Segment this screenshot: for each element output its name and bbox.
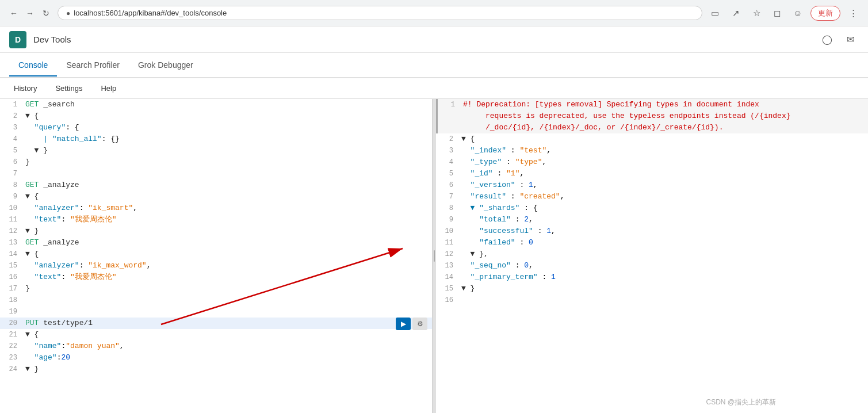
resp-line-num-2: 2: [436, 133, 459, 145]
response-line-16: 16: [436, 295, 868, 306]
line-content-4: ‍| "match_all": {}: [23, 133, 432, 145]
lock-icon: ●: [66, 9, 70, 17]
history-button[interactable]: History: [9, 82, 41, 95]
line-num-14: 14: [0, 248, 23, 260]
tab-grok-debugger[interactable]: Grok Debugger: [129, 55, 202, 77]
resp-line-num-14: 14: [436, 271, 459, 283]
back-button[interactable]: ←: [7, 6, 21, 20]
line-content-15: "analyzer": "ik_max_word",: [23, 260, 432, 271]
resp-line-num-13: 13: [436, 260, 459, 271]
divider-handle: [434, 250, 435, 262]
line-content-12: ▼ }: [23, 225, 432, 237]
profile-icon[interactable]: ☺: [790, 5, 806, 21]
menu-icon[interactable]: ⋮: [845, 5, 861, 21]
response-pane: 1 #! Deprecation: [types removal] Specif…: [436, 99, 868, 413]
line-num-24: 24: [0, 364, 23, 375]
resp-content-5: "_id" : "1",: [459, 168, 868, 179]
line-content-18: [23, 295, 432, 306]
resp-line-num-8: 8: [436, 202, 459, 214]
browser-actions: ▭ ↗ ☆ ◻ ☺ 更新 ⋮: [707, 5, 861, 21]
tab-console[interactable]: Console: [9, 55, 57, 77]
line-content-21: ▼ {: [23, 329, 432, 341]
response-line-13: 13 "_seq_no" : 0,: [436, 260, 868, 271]
help-button[interactable]: Help: [96, 82, 121, 95]
resp-line-num-9: 9: [436, 214, 459, 225]
line-content-17: }: [23, 283, 432, 295]
wrench-button[interactable]: ⚙: [412, 318, 427, 330]
code-line-8: 8 GET _analyze: [0, 179, 432, 191]
resp-line-num-15: 15: [436, 283, 459, 295]
code-line-16: 16 "text": "我爱周杰伦": [0, 271, 432, 283]
resp-content-2: ▼ {: [459, 133, 868, 145]
code-line-15: 15 "analyzer": "ik_max_word",: [0, 260, 432, 271]
execute-button[interactable]: ▶: [396, 318, 411, 330]
resp-line-num-6: 6: [436, 179, 459, 191]
code-line-17: 17 }: [0, 283, 432, 295]
line-num-11: 11: [0, 214, 23, 225]
code-line-6: 6 }: [0, 156, 432, 168]
reload-button[interactable]: ↻: [39, 6, 53, 20]
line-content-6: }: [23, 156, 432, 168]
code-line-11: 11 "text": "我爱周杰伦": [0, 214, 432, 225]
app-title: Dev Tools: [33, 35, 819, 44]
line-num-4: 4: [0, 133, 23, 145]
resp-content-12: ▼ },: [459, 248, 868, 260]
code-line-13: 13 GET _analyze: [0, 237, 432, 248]
toolbar: History Settings Help: [0, 78, 868, 99]
response-line-4: 4 "_type" : "type",: [436, 156, 868, 168]
share-icon[interactable]: ↗: [728, 5, 744, 21]
address-bar[interactable]: ● localhost:5601/app/kibana#/dev_tools/c…: [58, 6, 702, 20]
line-num-17: 17: [0, 283, 23, 295]
resp-content-11: "failed" : 0: [459, 237, 868, 248]
screen-cast-icon[interactable]: ▭: [707, 5, 723, 21]
code-line-19: 19: [0, 306, 432, 318]
line-num-10: 10: [0, 202, 23, 214]
settings-button[interactable]: Settings: [51, 82, 87, 95]
code-line-20: 20 PUT test/type/1 ▶ ⚙: [0, 318, 432, 329]
tab-search-profiler[interactable]: Search Profiler: [57, 55, 129, 77]
response-line-8: 8 ▼ "_shards" : {: [436, 202, 868, 214]
line-content-3: "query": {: [23, 122, 432, 133]
mail-icon[interactable]: ✉: [842, 31, 859, 48]
code-line-4: 4 ‍| "match_all": {}: [0, 133, 432, 145]
response-line-6: 6 "_version" : 1,: [436, 179, 868, 191]
line-content-24: ▼ }: [23, 364, 432, 375]
resp-content-dep-2: requests is deprecated, use the typeless…: [461, 110, 868, 122]
line-content-1: GET _search: [23, 99, 432, 110]
line-num-2: 2: [0, 110, 23, 122]
response-line-1-dep: 1 #! Deprecation: [types removal] Specif…: [438, 99, 868, 110]
deprecation-block: 1 #! Deprecation: [types removal] Specif…: [436, 99, 868, 133]
response-line-12: 12 ▼ },: [436, 248, 868, 260]
code-line-7: 7: [0, 168, 432, 179]
resp-line-num-4: 4: [436, 156, 459, 168]
response-line-10: 10 "successful" : 1,: [436, 225, 868, 237]
response-line-3: 3 "_index" : "test",: [436, 145, 868, 156]
code-line-2: 2 ▼ {: [0, 110, 432, 122]
code-editor[interactable]: 1 GET _search 2 ▼ { 3 "query": { 4 ‍| "m…: [0, 99, 432, 413]
update-button[interactable]: 更新: [810, 6, 840, 21]
resp-line-num-10: 10: [436, 225, 459, 237]
settings-icon[interactable]: ◯: [819, 31, 836, 48]
line-content-14: ▼ {: [23, 248, 432, 260]
line-content-11: "text": "我爱周杰伦": [23, 214, 432, 225]
response-editor[interactable]: 1 #! Deprecation: [types removal] Specif…: [436, 99, 868, 413]
resp-content-4: "_type" : "type",: [459, 156, 868, 168]
resp-content-9: "total" : 2,: [459, 214, 868, 225]
response-line-1-dep-cont2: /_doc/{id}, /{index}/_doc, or /{index}/_…: [438, 122, 868, 133]
line-content-16: "text": "我爱周杰伦": [23, 271, 432, 283]
code-line-18: 18: [0, 295, 432, 306]
app-logo: D: [9, 31, 26, 48]
line-num-9: 9: [0, 191, 23, 202]
response-line-7: 7 "result" : "created",: [436, 191, 868, 202]
line-num-6: 6: [0, 156, 23, 168]
window-icon[interactable]: ◻: [769, 5, 785, 21]
resp-content-dep-1: #! Deprecation: [types removal] Specifyi…: [461, 99, 868, 110]
line-content-13: GET _analyze: [23, 237, 432, 248]
watermark: CSDN @指尖上的革新: [706, 397, 776, 407]
forward-button[interactable]: →: [23, 6, 37, 20]
line-num-23: 23: [0, 352, 23, 364]
response-line-14: 14 "_primary_term" : 1: [436, 271, 868, 283]
bookmark-icon[interactable]: ☆: [748, 5, 764, 21]
resp-line-num-1: 1: [438, 99, 461, 110]
line-content-10: "analyzer": "ik_smart",: [23, 202, 432, 214]
